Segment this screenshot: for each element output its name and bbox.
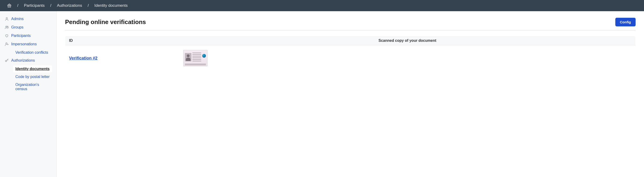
verifications-table: ID Scanned copy of your document Verific… xyxy=(65,36,636,71)
breadcrumb-participants[interactable]: Participants xyxy=(24,3,45,8)
sidebar-item-participants[interactable]: Participants xyxy=(3,32,54,39)
user-plus-icon xyxy=(5,42,9,46)
breadcrumb-separator: / xyxy=(50,3,52,8)
heart-hands-icon xyxy=(5,34,9,38)
svg-point-4 xyxy=(6,43,7,44)
sidebar-subitem-verification-conflicts[interactable]: Verification conflicts xyxy=(13,49,50,56)
sidebar-authorizations-sub: Identity documents Code by postal letter… xyxy=(3,65,54,93)
users-icon xyxy=(5,25,9,30)
table-header-scan: Scanned copy of your document xyxy=(180,36,636,45)
page-title: Pending online verifications xyxy=(65,19,146,26)
sidebar-subitem-code-by-postal-letter[interactable]: Code by postal letter xyxy=(13,73,52,80)
key-icon xyxy=(5,58,9,63)
sidebar-subitem-identity-documents[interactable]: Identity documents xyxy=(13,65,52,72)
svg-point-0 xyxy=(9,5,10,6)
sidebar-item-label: Impersonations xyxy=(11,42,36,46)
verification-link[interactable]: Verification #2 xyxy=(69,56,98,61)
breadcrumb-identity-documents[interactable]: Identity documents xyxy=(94,3,128,8)
user-icon xyxy=(5,17,9,21)
breadcrumb-separator: / xyxy=(88,3,89,8)
breadcrumb-authorizations[interactable]: Authorizations xyxy=(57,3,82,8)
svg-point-3 xyxy=(7,26,8,27)
config-button[interactable]: Config xyxy=(615,18,636,26)
svg-point-1 xyxy=(6,18,8,19)
sidebar-item-label: Groups xyxy=(11,25,23,30)
svg-point-2 xyxy=(6,26,7,27)
sidebar-item-label: Authorizations xyxy=(11,58,35,63)
document-photo-icon xyxy=(185,53,192,61)
document-mrz-icon xyxy=(185,64,206,65)
sidebar-item-impersonations[interactable]: Impersonations xyxy=(3,41,54,48)
sidebar-item-label: Admins xyxy=(11,17,24,21)
home-icon[interactable] xyxy=(7,3,12,8)
table-header-id: ID xyxy=(65,36,180,45)
sidebar-item-admins[interactable]: Admins xyxy=(3,16,54,23)
breadcrumb: / Participants / Authorizations / Identi… xyxy=(0,0,644,11)
document-thumbnail[interactable] xyxy=(183,50,208,66)
sidebar-item-groups[interactable]: Groups xyxy=(3,24,54,31)
table-row: Verification #2 xyxy=(65,45,636,71)
document-textlines-icon xyxy=(192,53,201,61)
main-content: Pending online verifications Config ID S… xyxy=(57,11,644,177)
sidebar-impersonations-sub: Verification conflicts xyxy=(3,49,54,57)
sidebar-subitem-organizations-census[interactable]: Organization's census xyxy=(13,81,54,92)
page-header: Pending online verifications Config xyxy=(65,18,636,30)
sidebar-item-authorizations[interactable]: Authorizations xyxy=(3,57,54,64)
sidebar: Admins Groups Participants xyxy=(0,11,57,177)
sidebar-item-label: Participants xyxy=(11,34,31,38)
breadcrumb-separator: / xyxy=(17,3,18,8)
